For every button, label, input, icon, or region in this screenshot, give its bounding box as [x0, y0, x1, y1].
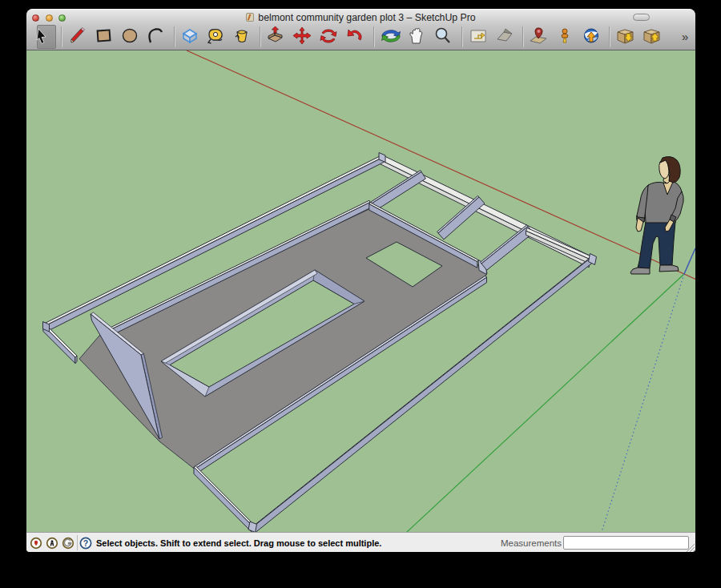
svg-text:?: ?: [83, 538, 88, 548]
svg-text:»: »: [682, 30, 688, 43]
